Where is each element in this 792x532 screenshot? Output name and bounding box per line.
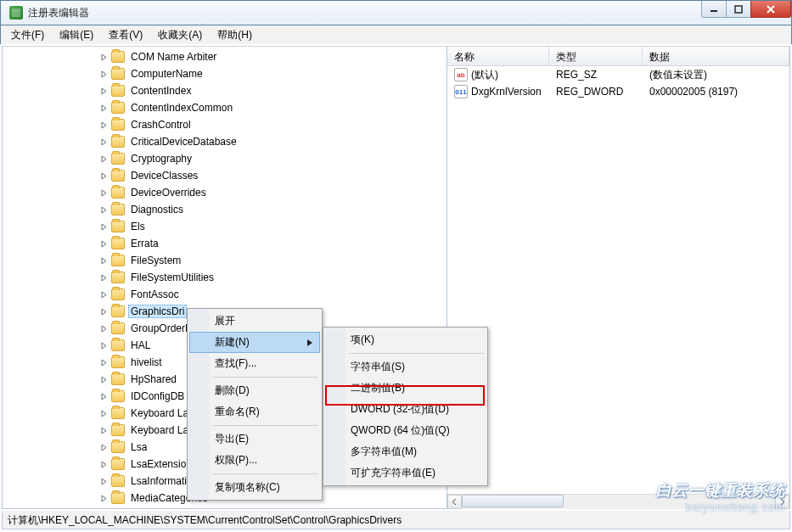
menu-file[interactable]: 文件(F): [4, 26, 51, 44]
horizontal-scrollbar[interactable]: [447, 494, 789, 508]
expand-icon[interactable]: [98, 376, 110, 384]
expand-icon[interactable]: [98, 206, 110, 214]
expand-icon[interactable]: [98, 189, 110, 197]
ctx-new-binary[interactable]: 二进制值(B): [325, 378, 486, 399]
scroll-thumb[interactable]: [462, 495, 564, 507]
value-row[interactable]: 011DxgKrnlVersionREG_DWORD0x00002005 (81…: [447, 83, 789, 100]
tree-item-label: DeviceClasses: [128, 169, 200, 182]
tree-item-label: IDConfigDB: [128, 389, 187, 403]
tree-item[interactable]: FileSystem: [6, 252, 447, 269]
ctx-new-string[interactable]: 字符串值(S): [325, 356, 486, 378]
folder-icon: [111, 153, 125, 165]
col-name[interactable]: 名称: [447, 47, 549, 65]
expand-icon[interactable]: [98, 308, 110, 316]
menu-favorites[interactable]: 收藏夹(A): [151, 26, 209, 44]
folder-icon: [111, 441, 125, 453]
expand-icon[interactable]: [98, 495, 110, 502]
tree-item[interactable]: Cryptography: [6, 150, 447, 167]
tree-item-label: CriticalDeviceDatabase: [128, 135, 239, 148]
expand-icon[interactable]: [98, 223, 110, 231]
folder-icon: [111, 305, 125, 317]
tree-item-label: Diagnostics: [128, 203, 186, 216]
tree-item[interactable]: DeviceOverrides: [6, 184, 447, 201]
scroll-left-button[interactable]: [447, 495, 462, 509]
expand-icon[interactable]: [98, 342, 110, 350]
tree-item[interactable]: Errata: [6, 235, 447, 252]
ctx-expand[interactable]: 展开: [189, 311, 320, 332]
new-submenu: 项(K) 字符串值(S) 二进制值(B) DWORD (32-位)值(D) QW…: [323, 327, 488, 486]
tree-item[interactable]: FileSystemUtilities: [6, 269, 447, 286]
tree-item-label: COM Name Arbiter: [128, 50, 219, 64]
tree-item-label: FontAssoc: [128, 288, 182, 301]
values-header: 名称 类型 数据: [447, 47, 789, 66]
expand-icon[interactable]: [98, 257, 110, 265]
folder-icon: [111, 204, 125, 216]
expand-icon[interactable]: [98, 427, 110, 434]
expand-icon[interactable]: [98, 87, 110, 95]
folder-icon: [111, 102, 125, 114]
ctx-new-expand[interactable]: 可扩充字符串值(E): [325, 462, 486, 484]
ctx-new[interactable]: 新建(N): [189, 332, 320, 353]
ctx-new-dword[interactable]: DWORD (32-位)值(D): [325, 399, 486, 420]
expand-icon[interactable]: [98, 121, 110, 129]
tree-item-label: ContentIndexCommon: [128, 101, 235, 115]
expand-icon[interactable]: [98, 291, 110, 299]
scroll-right-button[interactable]: [775, 495, 789, 509]
expand-icon[interactable]: [98, 393, 110, 400]
expand-icon[interactable]: [98, 172, 110, 180]
titlebar: 注册表编辑器: [0, 0, 792, 25]
col-data[interactable]: 数据: [643, 47, 789, 65]
expand-icon[interactable]: [98, 444, 110, 451]
tree-item[interactable]: ComputerName: [6, 65, 447, 82]
tree-item[interactable]: CriticalDeviceDatabase: [6, 133, 447, 150]
expand-icon[interactable]: [98, 359, 110, 367]
expand-icon[interactable]: [98, 138, 110, 146]
ctx-perm[interactable]: 权限(P)...: [189, 450, 320, 471]
tree-item[interactable]: Diagnostics: [6, 201, 447, 218]
ctx-find[interactable]: 查找(F)...: [189, 353, 320, 374]
value-name: (默认): [471, 68, 498, 82]
expand-icon[interactable]: [98, 70, 110, 78]
context-menu: 展开 新建(N) 查找(F)... 删除(D) 重命名(R) 导出(E) 权限(…: [187, 308, 323, 501]
tree-item[interactable]: DeviceClasses: [6, 167, 447, 184]
folder-icon: [111, 356, 125, 368]
ctx-copyname[interactable]: 复制项名称(C): [189, 477, 320, 498]
menu-help[interactable]: 帮助(H): [211, 26, 259, 44]
expand-icon[interactable]: [98, 53, 110, 61]
values-list[interactable]: ab(默认)REG_SZ(数值未设置)011DxgKrnlVersionREG_…: [447, 66, 789, 494]
maximize-button[interactable]: [726, 1, 751, 18]
folder-icon: [111, 424, 125, 436]
menu-edit[interactable]: 编辑(E): [53, 26, 100, 44]
expand-icon[interactable]: [98, 274, 110, 282]
folder-icon: [111, 221, 125, 232]
tree-item[interactable]: Els: [6, 218, 447, 235]
close-button[interactable]: [750, 1, 791, 18]
expand-icon[interactable]: [98, 325, 110, 333]
ctx-export[interactable]: 导出(E): [189, 428, 320, 450]
folder-icon: [111, 373, 125, 385]
tree-item-label: Errata: [128, 237, 161, 250]
ctx-delete[interactable]: 删除(D): [189, 380, 320, 401]
tree-item-label: Cryptography: [128, 152, 194, 165]
expand-icon[interactable]: [98, 155, 110, 163]
ctx-new-qword[interactable]: QWORD (64 位)值(Q): [325, 420, 486, 441]
tree-item[interactable]: CrashControl: [6, 116, 447, 133]
expand-icon[interactable]: [98, 410, 110, 417]
expand-icon[interactable]: [98, 104, 110, 112]
value-row[interactable]: ab(默认)REG_SZ(数值未设置): [447, 66, 789, 83]
folder-icon: [111, 272, 125, 283]
expand-icon[interactable]: [98, 478, 110, 485]
tree-item[interactable]: ContentIndex: [6, 82, 447, 99]
ctx-new-key[interactable]: 项(K): [325, 329, 486, 350]
tree-item[interactable]: FontAssoc: [6, 286, 447, 303]
ctx-new-multi[interactable]: 多字符串值(M): [325, 441, 486, 462]
minimize-button[interactable]: [701, 1, 727, 18]
expand-icon[interactable]: [98, 461, 110, 468]
col-type[interactable]: 类型: [549, 47, 643, 65]
ctx-rename[interactable]: 重命名(R): [189, 401, 320, 423]
tree-item[interactable]: COM Name Arbiter: [6, 48, 447, 65]
expand-icon[interactable]: [98, 240, 110, 248]
menu-view[interactable]: 查看(V): [102, 26, 149, 44]
tree-item[interactable]: ContentIndexCommon: [6, 99, 447, 116]
tree-item-label: HAL: [128, 339, 153, 352]
